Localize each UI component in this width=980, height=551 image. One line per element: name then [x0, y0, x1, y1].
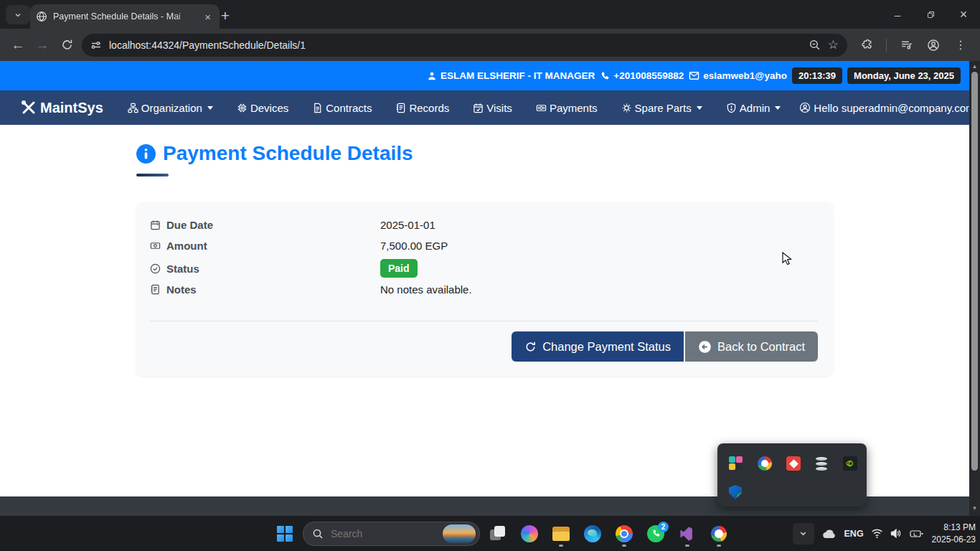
scroll-up-icon[interactable]: ▲ — [972, 61, 978, 71]
puzzle-icon — [861, 39, 873, 51]
taskbar-system-tray: ENG 8:13 PM 2025-06-23 — [793, 516, 976, 551]
caret-down-icon — [775, 106, 781, 110]
back-to-contract-button[interactable]: Back to Contract — [685, 331, 818, 362]
user-name: ESLAM ELSHERIF - IT MANAGER — [440, 70, 595, 81]
copilot-button[interactable] — [516, 519, 543, 548]
taskbar-center-group: 2 — [271, 516, 732, 551]
wifi-icon[interactable] — [871, 528, 883, 539]
visual-studio-button[interactable] — [674, 519, 701, 548]
nav-menu: Organization Devices Contracts Records V… — [128, 102, 781, 114]
search-input[interactable] — [329, 527, 418, 540]
nav-item-records[interactable]: Records — [395, 102, 449, 114]
user-greeting[interactable]: Hello superadmin@company.com! — [799, 102, 977, 114]
browser-back-button[interactable]: ← — [6, 33, 30, 57]
volume-icon[interactable] — [890, 528, 903, 539]
phone-icon — [600, 71, 610, 81]
nav-item-devices[interactable]: Devices — [237, 102, 288, 114]
url-text[interactable]: localhost:44324/PaymentSchedule/Details/… — [109, 39, 801, 51]
envelope-icon — [689, 70, 699, 81]
zoom-icon[interactable] — [809, 39, 821, 51]
file-explorer-button[interactable] — [547, 519, 575, 548]
calendar-icon — [150, 220, 161, 230]
media-queue-button[interactable] — [894, 33, 918, 57]
edge-button[interactable] — [579, 519, 606, 548]
field-row-notes: Notes No notes available. — [150, 283, 472, 296]
card-divider — [150, 321, 818, 321]
nav-item-payments[interactable]: Payments — [536, 102, 598, 114]
tab-close-icon[interactable]: × — [202, 11, 214, 23]
browser-tab[interactable]: Payment Schedule Details - Mai × — [30, 4, 220, 29]
whatsapp-button[interactable]: 2 — [642, 519, 669, 548]
language-indicator[interactable]: ENG — [844, 529, 864, 539]
field-row-due-date: Due Date 2025-01-01 — [150, 219, 435, 231]
field-label: Status — [150, 263, 380, 275]
browser-forward-button[interactable]: → — [30, 33, 55, 57]
nav-item-organization[interactable]: Organization — [128, 102, 213, 114]
brand-logo[interactable]: MaintSys — [20, 99, 103, 116]
change-payment-status-button[interactable]: Change Payment Status — [512, 331, 684, 362]
bookmark-star-icon[interactable]: ☆ — [828, 37, 839, 52]
profile-icon — [927, 39, 940, 52]
chevron-down-icon — [798, 529, 808, 538]
windows-security-icon[interactable]: ✓ — [729, 485, 743, 499]
button-label: Back to Contract — [717, 340, 805, 354]
whatsapp-icon: 2 — [647, 525, 664, 542]
nvidia-eye-icon — [845, 458, 855, 468]
field-label-text: Notes — [166, 283, 197, 296]
window-close-button[interactable]: × — [947, 0, 980, 29]
powertoys-icon[interactable] — [729, 456, 743, 471]
browser-reload-button[interactable] — [55, 33, 79, 57]
battery-icon[interactable] — [910, 529, 923, 539]
shield-icon — [726, 103, 737, 113]
field-label: Amount — [150, 240, 380, 252]
nav-item-contracts[interactable]: Contracts — [312, 102, 372, 114]
nvidia-icon[interactable] — [843, 456, 857, 471]
scrollbar-thumb[interactable] — [971, 72, 978, 471]
task-view-button[interactable] — [484, 519, 512, 548]
playlist-icon — [900, 39, 913, 51]
window-minimize-button[interactable]: – — [881, 0, 914, 29]
onedrive-cloud-icon[interactable] — [821, 528, 837, 540]
search-highlight-image[interactable] — [443, 524, 476, 543]
browser-toolbar: ← → localhost:44324/PaymentSchedule/Deta… — [0, 29, 980, 61]
info-circle-icon — [136, 144, 156, 164]
taskbar-search[interactable] — [303, 522, 480, 546]
tab-list-chevron-button[interactable] — [6, 5, 30, 24]
user-info-bar: ESLAM ELSHERIF - IT MANAGER +20100855988… — [0, 61, 969, 90]
gear-icon — [621, 103, 632, 113]
extensions-puzzle-icon[interactable] — [854, 33, 879, 57]
button-label: Change Payment Status — [542, 340, 671, 354]
new-tab-button[interactable]: + — [215, 6, 235, 26]
vertical-scrollbar[interactable]: ▲ ▼ — [969, 61, 980, 516]
tray-overflow-button[interactable] — [793, 523, 814, 545]
check-icon: ✓ — [737, 493, 745, 501]
nav-label: Devices — [250, 102, 288, 114]
field-value: 2025-01-01 — [380, 219, 435, 231]
toolbar-right-cluster: ⋮ — [854, 33, 980, 57]
profile-avatar-button[interactable] — [921, 33, 946, 57]
address-bar[interactable]: localhost:44324/PaymentSchedule/Details/… — [82, 34, 847, 57]
nav-item-spare-parts[interactable]: Spare Parts — [621, 102, 702, 114]
arrow-repeat-icon — [524, 341, 537, 353]
toolbar-separator — [886, 39, 887, 52]
coin-stack-icon[interactable] — [814, 456, 829, 471]
nav-label: Admin — [740, 102, 771, 114]
clock-date: 2025-06-23 — [932, 534, 976, 545]
start-button[interactable] — [271, 519, 298, 548]
chevron-down-icon — [14, 11, 22, 19]
taskbar-clock[interactable]: 8:13 PM 2025-06-23 — [932, 522, 976, 545]
crossed-tools-icon — [20, 99, 37, 116]
arrow-left-circle-icon — [698, 340, 712, 354]
cash-icon — [150, 240, 161, 251]
red-app-icon[interactable] — [786, 456, 801, 471]
scroll-down-icon[interactable]: ▼ — [972, 503, 978, 513]
colorful-browser-button[interactable] — [705, 519, 732, 548]
tab-title: Payment Schedule Details - Mai — [53, 11, 196, 22]
date-badge: Monday, June 23, 2025 — [847, 67, 961, 84]
chrome-button[interactable] — [611, 519, 638, 548]
window-restore-button[interactable] — [914, 0, 947, 29]
firefox-icon[interactable] — [758, 456, 772, 471]
browser-menu-button[interactable]: ⋮ — [948, 33, 973, 57]
nav-item-admin[interactable]: Admin — [726, 102, 781, 114]
nav-item-visits[interactable]: Visits — [473, 102, 512, 114]
